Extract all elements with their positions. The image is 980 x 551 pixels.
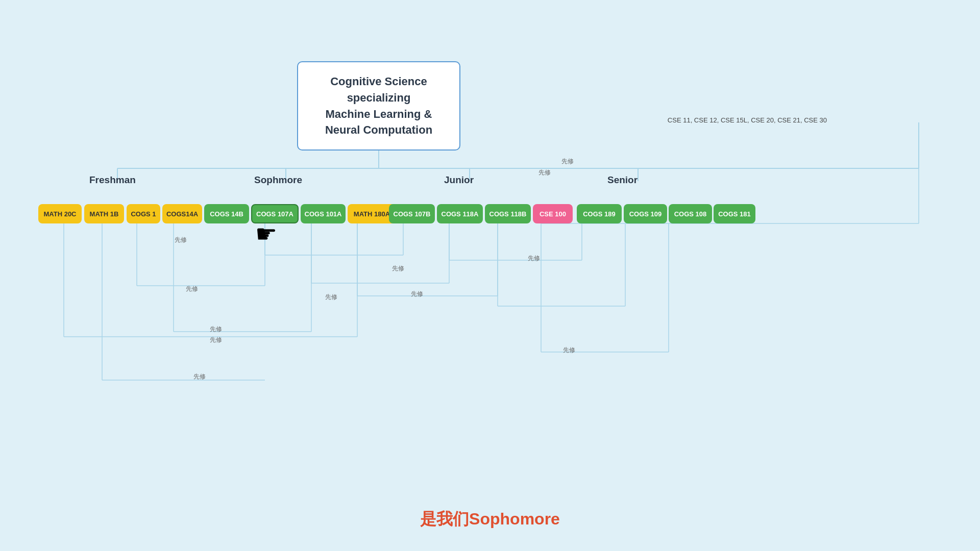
prereq-label-6: 先修 bbox=[210, 336, 222, 344]
bottom-caption: 是我们Sophomore bbox=[420, 508, 560, 531]
course-cogs107a[interactable]: COGS 107A bbox=[251, 204, 299, 223]
year-label-senior: Senior bbox=[607, 174, 638, 186]
course-cogs107b[interactable]: COGS 107B bbox=[389, 204, 435, 223]
prereq-label-4: 先修 bbox=[186, 285, 198, 293]
year-label-freshman: Freshman bbox=[89, 174, 136, 186]
course-cogs14b[interactable]: COGS 14B bbox=[204, 204, 249, 223]
prereq-label-5: 先修 bbox=[210, 325, 222, 334]
course-cogs1[interactable]: COGS 1 bbox=[127, 204, 160, 223]
course-cogs14a[interactable]: COGS14A bbox=[162, 204, 202, 223]
year-label-junior: Junior bbox=[444, 174, 474, 186]
prereq-label-9: 先修 bbox=[392, 264, 404, 273]
main-title-text: Cognitive Science specializing Machine L… bbox=[325, 73, 432, 139]
cursor-hand: ☛ bbox=[255, 219, 277, 248]
course-cogs108[interactable]: COGS 108 bbox=[669, 204, 712, 223]
prereq-label-10: 先修 bbox=[411, 290, 423, 298]
course-cogs118a[interactable]: COGS 118A bbox=[437, 204, 483, 223]
prereq-label-7: 先修 bbox=[193, 372, 206, 381]
prereq-label-11: 先修 bbox=[528, 254, 540, 263]
main-title-box: Cognitive Science specializing Machine L… bbox=[297, 61, 460, 151]
course-math20c[interactable]: MATH 20C bbox=[38, 204, 82, 223]
prereq-label-2: 先修 bbox=[538, 168, 551, 177]
course-cse100[interactable]: CSE 100 bbox=[533, 204, 573, 223]
prereq-label-8: 先修 bbox=[325, 293, 337, 302]
course-cogs101a[interactable]: COGS 101A bbox=[301, 204, 346, 223]
cse-prerequisite-note: CSE 11, CSE 12, CSE 15L, CSE 20, CSE 21,… bbox=[668, 116, 827, 124]
prereq-label-3: 先修 bbox=[175, 236, 187, 244]
connection-lines bbox=[0, 0, 980, 551]
course-cogs181[interactable]: COGS 181 bbox=[714, 204, 755, 223]
course-cogs109[interactable]: COGS 109 bbox=[624, 204, 667, 223]
course-cogs189[interactable]: COGS 189 bbox=[577, 204, 622, 223]
year-label-sophomore: Sophmore bbox=[254, 174, 302, 186]
course-math1b[interactable]: MATH 1B bbox=[84, 204, 124, 223]
course-cogs118b[interactable]: COGS 118B bbox=[485, 204, 531, 223]
prereq-label-1: 先修 bbox=[561, 157, 574, 166]
prereq-label-12: 先修 bbox=[563, 346, 575, 355]
